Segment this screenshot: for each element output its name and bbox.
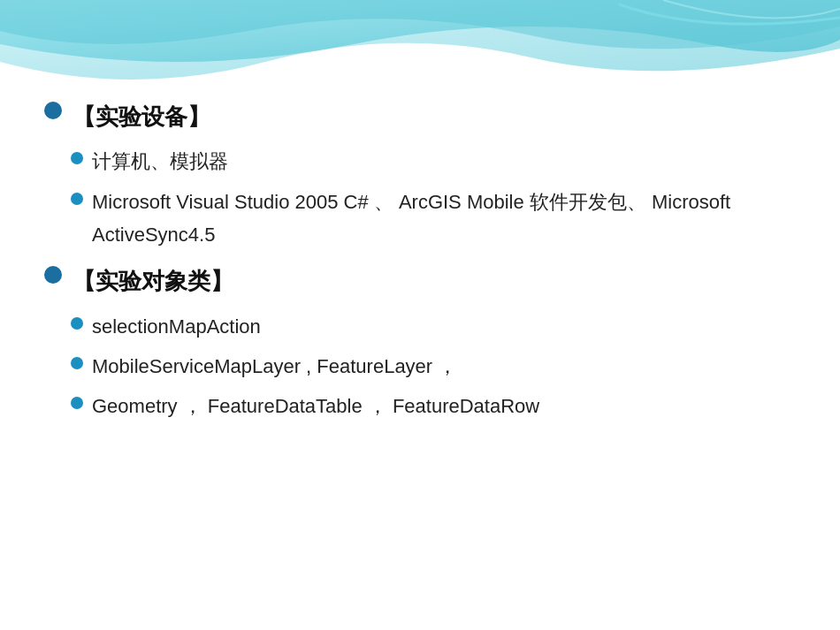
bullet-small-1 [71, 152, 83, 164]
section2-item3: Geometry ， FeatureDataTable ， FeatureDat… [92, 390, 796, 422]
section1-item1: 计算机、模拟器 [92, 145, 796, 178]
section2-item1: selectionMapAction [92, 310, 796, 343]
bullet-large-1 [44, 102, 62, 119]
section-equipment: 【实验设备】 计算机、模拟器 Microsoft Visual Studio 2… [44, 97, 796, 253]
bullet-small-3 [71, 317, 83, 330]
list-item: Geometry ， FeatureDataTable ， FeatureDat… [71, 390, 796, 424]
list-item: MobileServiceMapLayer , FeatureLayer ， [71, 350, 796, 384]
section2-title-item: 【实验对象类】 [44, 262, 796, 304]
section1-list: 计算机、模拟器 Microsoft Visual Studio 2005 C# … [71, 145, 796, 253]
section1-title-item: 【实验设备】 [44, 97, 796, 140]
section2-list: selectionMapAction MobileServiceMapLayer… [71, 310, 796, 425]
bullet-small-5 [71, 397, 83, 409]
list-item: selectionMapAction [71, 310, 796, 345]
list-item: 计算机、模拟器 [71, 145, 796, 179]
bullet-small-2 [71, 193, 83, 205]
section2-title: 【实验对象类】 [73, 262, 796, 300]
section-objects: 【实验对象类】 selectionMapAction MobileService… [44, 262, 796, 424]
bullet-large-2 [44, 266, 62, 284]
list-item: Microsoft Visual Studio 2005 C# 、 ArcGIS… [71, 186, 796, 254]
section1-item2: Microsoft Visual Studio 2005 C# 、 ArcGIS… [92, 186, 796, 252]
section1-title: 【实验设备】 [73, 97, 796, 136]
bullet-small-4 [71, 357, 83, 369]
section2-item2: MobileServiceMapLayer , FeatureLayer ， [92, 350, 796, 383]
header-decoration [0, 0, 840, 97]
main-content: 【实验设备】 计算机、模拟器 Microsoft Visual Studio 2… [44, 97, 796, 612]
